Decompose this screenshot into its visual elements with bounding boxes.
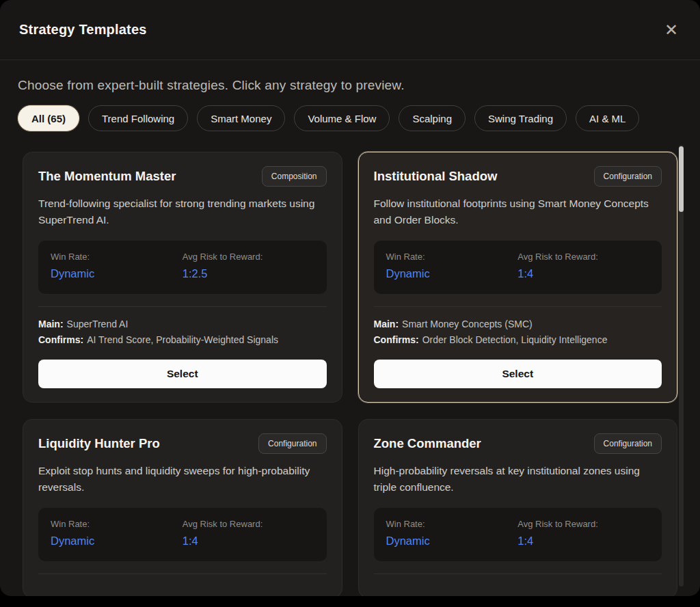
card-header-row: The Momentum Master Composition <box>38 166 327 187</box>
confirms-value: AI Trend Score, Probability-Weighted Sig… <box>87 334 278 345</box>
filter-scalping[interactable]: Scalping <box>399 105 466 131</box>
confirms-row: Confirms:Order Block Detection, Liquidit… <box>374 332 662 348</box>
risk-reward-value: 1:2.5 <box>183 267 314 280</box>
win-rate-value: Dynamic <box>386 267 518 280</box>
stats-box: Win Rate: Dynamic Avg Risk to Reward: 1:… <box>374 241 662 294</box>
risk-reward-col: Avg Risk to Reward: 1:4 <box>517 519 649 548</box>
configuration-badge[interactable]: Configuration <box>258 433 326 454</box>
card-details <box>374 574 662 584</box>
main-label: Main: <box>374 319 399 329</box>
card-title: Institutional Shadow <box>374 169 498 184</box>
configuration-badge[interactable]: Configuration <box>594 166 662 187</box>
card-details: Main:SuperTrend AI Confirms:AI Trend Sco… <box>38 306 327 347</box>
risk-reward-value: 1:4 <box>517 267 649 280</box>
filter-all[interactable]: All (65) <box>18 105 79 131</box>
risk-reward-col: Avg Risk to Reward: 1:4 <box>517 252 649 280</box>
win-rate-col: Win Rate: Dynamic <box>386 519 518 548</box>
main-label: Main: <box>38 319 64 329</box>
risk-reward-label: Avg Risk to Reward: <box>517 252 649 262</box>
main-value: SuperTrend AI <box>67 319 129 329</box>
risk-reward-col: Avg Risk to Reward: 1:4 <box>183 519 314 548</box>
close-icon[interactable]: ✕ <box>662 19 681 41</box>
filter-trend-following[interactable]: Trend Following <box>88 105 188 131</box>
risk-reward-col: Avg Risk to Reward: 1:2.5 <box>183 252 314 280</box>
confirms-label: Confirms: <box>38 334 83 345</box>
win-rate-label: Win Rate: <box>386 252 518 262</box>
win-rate-col: Win Rate: Dynamic <box>51 252 183 280</box>
strategy-card-momentum-master[interactable]: The Momentum Master Composition Trend-fo… <box>23 152 342 403</box>
scrollbar-thumb[interactable] <box>679 146 684 212</box>
main-indicator-row: Main:Smart Money Concepts (SMC) <box>374 316 662 332</box>
modal-header: Strategy Templates ✕ <box>0 0 700 60</box>
win-rate-label: Win Rate: <box>51 252 183 262</box>
card-description: Trend-following specialist for strong tr… <box>38 195 327 228</box>
card-header-row: Zone Commander Configuration <box>374 433 662 454</box>
risk-reward-label: Avg Risk to Reward: <box>183 519 314 529</box>
win-rate-value: Dynamic <box>51 267 183 280</box>
card-details <box>38 574 327 584</box>
confirms-value: Order Block Detection, Liquidity Intelli… <box>422 334 608 345</box>
select-button[interactable]: Select <box>374 360 662 388</box>
stats-box: Win Rate: Dynamic Avg Risk to Reward: 1:… <box>374 508 662 561</box>
win-rate-col: Win Rate: Dynamic <box>386 252 518 280</box>
card-description: Exploit stop hunts and liquidity sweeps … <box>38 463 327 496</box>
card-title: The Momentum Master <box>38 169 176 184</box>
strategy-card-liquidity-hunter-pro[interactable]: Liquidity Hunter Pro Configuration Explo… <box>23 419 342 596</box>
card-description: High-probability reversals at key instit… <box>374 463 662 496</box>
modal-title: Strategy Templates <box>19 22 147 38</box>
filter-smart-money[interactable]: Smart Money <box>197 105 285 131</box>
strategy-card-institutional-shadow[interactable]: Institutional Shadow Configuration Follo… <box>358 152 678 403</box>
card-details: Main:Smart Money Concepts (SMC) Confirms… <box>374 306 662 347</box>
filter-swing-trading[interactable]: Swing Trading <box>474 105 567 131</box>
filter-ai-ml[interactable]: AI & ML <box>576 105 639 131</box>
win-rate-label: Win Rate: <box>51 519 183 529</box>
composition-badge[interactable]: Composition <box>262 166 327 187</box>
win-rate-value: Dynamic <box>51 535 183 548</box>
confirms-row: Confirms:AI Trend Score, Probability-Wei… <box>38 332 327 348</box>
win-rate-value: Dynamic <box>386 535 518 548</box>
risk-reward-value: 1:4 <box>183 535 314 548</box>
card-title: Zone Commander <box>374 436 481 451</box>
intro-text: Choose from expert-built strategies. Cli… <box>18 78 682 93</box>
stats-box: Win Rate: Dynamic Avg Risk to Reward: 1:… <box>38 508 327 561</box>
risk-reward-label: Avg Risk to Reward: <box>517 519 649 529</box>
filter-volume-flow[interactable]: Volume & Flow <box>294 105 390 131</box>
card-header-row: Liquidity Hunter Pro Configuration <box>38 433 327 454</box>
win-rate-label: Win Rate: <box>386 519 518 529</box>
modal-body: Choose from expert-built strategies. Cli… <box>0 60 700 596</box>
card-description: Follow institutional footprints using Sm… <box>374 195 662 228</box>
win-rate-col: Win Rate: Dynamic <box>51 519 183 548</box>
configuration-badge[interactable]: Configuration <box>594 433 662 454</box>
confirms-label: Confirms: <box>374 334 419 345</box>
select-button[interactable]: Select <box>38 360 327 388</box>
card-title: Liquidity Hunter Pro <box>38 436 160 451</box>
strategy-card-zone-commander[interactable]: Zone Commander Configuration High-probab… <box>358 419 678 596</box>
card-header-row: Institutional Shadow Configuration <box>374 166 662 187</box>
strategy-templates-modal: Strategy Templates ✕ Choose from expert-… <box>0 0 700 596</box>
risk-reward-label: Avg Risk to Reward: <box>183 252 314 262</box>
main-indicator-row: Main:SuperTrend AI <box>38 316 327 332</box>
stats-box: Win Rate: Dynamic Avg Risk to Reward: 1:… <box>38 241 327 294</box>
scrollbar-track[interactable] <box>679 145 684 586</box>
main-value: Smart Money Concepts (SMC) <box>402 319 533 329</box>
strategy-cards-grid: The Momentum Master Composition Trend-fo… <box>18 152 682 596</box>
risk-reward-value: 1:4 <box>517 535 649 548</box>
filter-pills: All (65) Trend Following Smart Money Vol… <box>18 105 682 131</box>
